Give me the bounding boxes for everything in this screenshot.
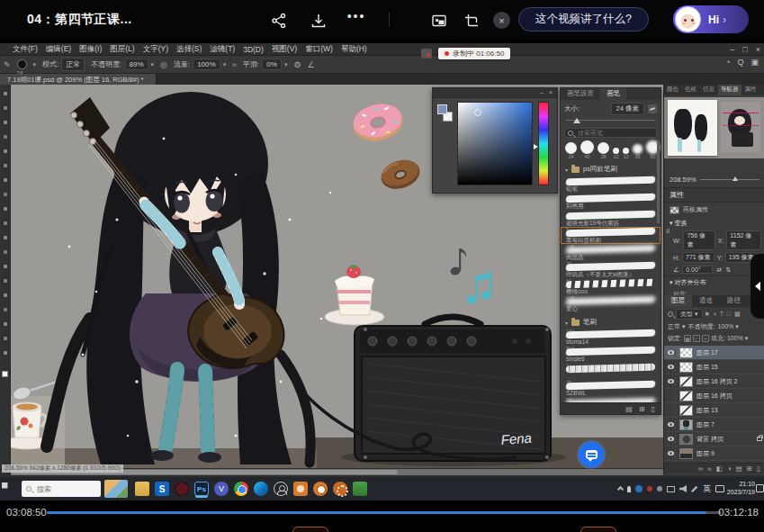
brush-preset[interactable]: 24: [565, 142, 577, 159]
pressure-opacity-icon[interactable]: ◎: [160, 60, 167, 69]
canvas-thumbnail[interactable]: [721, 102, 760, 152]
brush-item[interactable]: 超级光影19号仿紫苏: [561, 210, 661, 227]
taskbar-app-icon[interactable]: [254, 482, 268, 496]
brush-item[interactable]: 61 樱桃ooo: [561, 278, 661, 295]
menu-item[interactable]: 帮助(H): [341, 44, 367, 55]
blend-mode-option[interactable]: 模式: 正常: [42, 58, 85, 71]
download-icon[interactable]: [310, 12, 328, 30]
panel-header[interactable]: [433, 88, 557, 98]
stroke-preview-toggle-icon[interactable]: [648, 104, 657, 113]
visibility-toggle[interactable]: [667, 449, 676, 458]
menu-item[interactable]: 窗口(W): [305, 44, 333, 55]
gear-icon[interactable]: ⚙: [293, 60, 301, 69]
align-section-header[interactable]: ▾ 对齐并分布: [664, 275, 764, 289]
picture-in-picture-icon[interactable]: [430, 12, 448, 30]
layer-thumbnail[interactable]: [679, 362, 693, 373]
menu-item[interactable]: 3D(D): [243, 45, 264, 54]
cut-off-button[interactable]: [292, 527, 328, 532]
pen-input-icon[interactable]: [691, 485, 698, 492]
clock[interactable]: 21:10 2023/7/19: [727, 480, 755, 496]
layers-panel-tab[interactable]: 通道: [692, 295, 720, 307]
link-dimensions-icon[interactable]: 8: [666, 227, 670, 235]
layers-panel-tab[interactable]: 图层: [664, 295, 692, 307]
network-icon[interactable]: [667, 486, 675, 492]
layer-thumbnail[interactable]: [679, 376, 693, 387]
brush-size-slider[interactable]: [566, 117, 655, 124]
menu-item[interactable]: 编辑(E): [46, 44, 71, 55]
close-button[interactable]: ×: [756, 45, 760, 54]
foreground-color-swatch[interactable]: [2, 371, 8, 377]
notification-center-icon[interactable]: [756, 484, 764, 492]
menu-item[interactable]: 选择(S): [176, 44, 202, 55]
start-button[interactable]: [2, 482, 14, 495]
brush-preset-picker[interactable]: 24: [17, 59, 27, 69]
lock-image-icon[interactable]: ⁄: [693, 335, 700, 342]
taskbar-app-icon[interactable]: [214, 482, 229, 496]
hue-slider-thumb[interactable]: [534, 144, 538, 149]
taskbar-app-icon[interactable]: [274, 482, 288, 496]
brush-preset[interactable]: 12: [613, 148, 619, 159]
brush-item[interactable]: 134 stoma14: [561, 329, 661, 346]
layer-thumbnail[interactable]: [679, 405, 693, 416]
layer-group-icon[interactable]: ▤: [735, 464, 742, 473]
restore-button[interactable]: □: [742, 45, 747, 54]
rotate-view-icon[interactable]: ◔: [725, 58, 730, 67]
angle-field[interactable]: 0.00°: [682, 266, 713, 274]
brush-item[interactable]: 628 爱心: [561, 295, 661, 312]
taskbar-app-icon[interactable]: [353, 482, 367, 496]
brush-search[interactable]: [564, 128, 657, 138]
panel-tab[interactable]: 颜色: [664, 85, 681, 95]
opacity-option[interactable]: 不透明度: 89% ▾: [91, 59, 154, 70]
visibility-toggle[interactable]: [667, 435, 676, 444]
close-icon[interactable]: ×: [493, 12, 510, 29]
brushes-panel-tab[interactable]: 画笔: [600, 88, 626, 100]
layer-thumbnail[interactable]: [679, 448, 693, 459]
more-options-icon[interactable]: •••: [347, 7, 365, 25]
layer-thumbnail[interactable]: [679, 419, 693, 430]
zoom-tool-icon[interactable]: Q: [737, 58, 743, 67]
brush-search-input[interactable]: [576, 129, 653, 137]
panel-tab[interactable]: 属性: [742, 85, 760, 95]
volume-icon[interactable]: [679, 485, 687, 492]
tray-app-icon[interactable]: [635, 485, 643, 492]
menu-item[interactable]: 图层(L): [110, 44, 134, 55]
link-layers-icon[interactable]: ∞: [698, 464, 703, 473]
layer-thumbnail[interactable]: [679, 347, 693, 358]
taskbar-app-icon[interactable]: [155, 482, 169, 496]
layer-row[interactable]: 图层 16 拷贝: [664, 389, 764, 403]
delete-brush-icon[interactable]: ▯: [652, 405, 655, 413]
layer-row[interactable]: 图层 7: [664, 418, 764, 432]
delete-layer-icon[interactable]: ▯: [757, 464, 760, 473]
layer-row[interactable]: 图层 13: [664, 403, 764, 418]
smoothing-option[interactable]: 平滑: 0% ▾: [243, 59, 287, 70]
transform-section-header[interactable]: ▾ 变换: [664, 217, 764, 230]
screen-mode-icon[interactable]: ▣: [751, 58, 759, 67]
saturation-field[interactable]: [457, 102, 533, 185]
brush-size-value[interactable]: 24 像素: [611, 103, 644, 115]
brush-group-header[interactable]: ▾ 笔刷: [561, 312, 661, 329]
menu-item[interactable]: 文件(F): [13, 44, 38, 55]
airbrush-icon[interactable]: ≈: [232, 60, 237, 69]
layer-row[interactable]: 图层 15: [664, 360, 764, 374]
input-language[interactable]: 英: [703, 483, 711, 495]
hue-slider[interactable]: [538, 102, 549, 185]
layer-filter-select[interactable]: 类型 ▾: [676, 309, 703, 320]
brush-preset[interactable]: 40: [580, 140, 594, 159]
collapsed-side-panel-handle[interactable]: [751, 254, 764, 319]
blend-mode-select[interactable]: 正常 ▾: [668, 322, 685, 331]
foreground-color-swatch[interactable]: [437, 104, 447, 114]
filter-type-icons[interactable]: ■ ◑ T □ ▩: [706, 311, 742, 318]
taskbar-app-icon[interactable]: [333, 482, 347, 496]
tray-expand-icon[interactable]: [617, 485, 624, 491]
microphone-icon[interactable]: [627, 486, 631, 492]
panel-tab[interactable]: 信息: [700, 85, 717, 95]
visibility-toggle[interactable]: [667, 406, 676, 415]
layer-row[interactable]: 背景 拷贝: [664, 432, 764, 446]
menu-item[interactable]: 文字(Y): [143, 44, 168, 55]
chat-bubble-button[interactable]: [577, 440, 606, 469]
flip-vertical-icon[interactable]: ⇅: [725, 266, 731, 274]
progress-bar[interactable]: [47, 511, 722, 514]
layers-panel-tab[interactable]: 路径: [720, 295, 748, 307]
brush-item[interactable]: 35 SZBWL: [561, 380, 661, 397]
brush-item[interactable]: 5 草莓印蛋糕刷: [561, 227, 661, 244]
